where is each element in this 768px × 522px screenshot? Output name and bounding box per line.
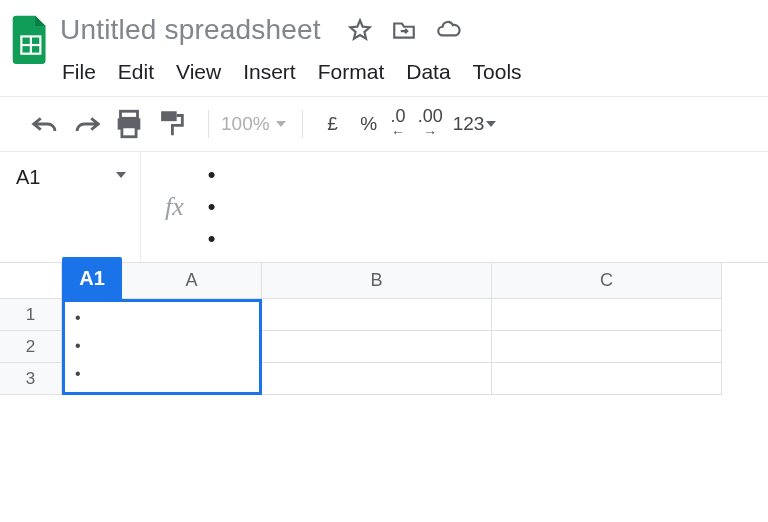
fx-label: fx <box>141 192 208 222</box>
menu-edit[interactable]: Edit <box>118 60 154 84</box>
toolbar-divider <box>208 110 209 138</box>
cell-b1[interactable] <box>262 299 492 331</box>
document-title[interactable]: Untitled spreadsheet <box>60 14 321 46</box>
star-icon[interactable] <box>347 17 373 43</box>
active-cell-indicator: A1 <box>62 257 122 299</box>
menu-tools[interactable]: Tools <box>473 60 522 84</box>
svg-rect-3 <box>121 111 138 118</box>
cell-b3[interactable] <box>262 363 492 395</box>
menu-data[interactable]: Data <box>406 60 450 84</box>
cell-c2[interactable] <box>492 331 722 363</box>
menu-file[interactable]: File <box>62 60 96 84</box>
active-cell-selection[interactable] <box>62 299 262 395</box>
print-button[interactable] <box>112 107 146 141</box>
increase-decimal-button[interactable]: .00→ <box>418 109 443 139</box>
toolbar-divider <box>302 110 303 138</box>
svg-rect-5 <box>122 127 136 137</box>
formula-bar[interactable] <box>208 159 216 255</box>
percent-button[interactable]: % <box>351 113 387 135</box>
menu-bar: File Edit View Insert Format Data Tools <box>60 50 768 96</box>
redo-button[interactable] <box>70 107 104 141</box>
row-header-2[interactable]: 2 <box>0 331 62 363</box>
toolbar: 100% £ % .0← .00→ 123 <box>0 96 768 152</box>
select-all-corner[interactable] <box>0 263 62 299</box>
currency-button[interactable]: £ <box>315 113 351 135</box>
menu-view[interactable]: View <box>176 60 221 84</box>
paint-format-button[interactable] <box>154 107 188 141</box>
column-header-c[interactable]: C <box>492 263 722 299</box>
cell-c3[interactable] <box>492 363 722 395</box>
cell-c1[interactable] <box>492 299 722 331</box>
cell-b2[interactable] <box>262 331 492 363</box>
cloud-status-icon[interactable] <box>435 17 461 43</box>
row-header-3[interactable]: 3 <box>0 363 62 395</box>
zoom-dropdown[interactable]: 100% <box>221 113 286 135</box>
spreadsheet-grid[interactable]: A1 A B C 1 2 3 <box>0 262 768 395</box>
menu-format[interactable]: Format <box>318 60 385 84</box>
undo-button[interactable] <box>28 107 62 141</box>
number-format-dropdown[interactable]: 123 <box>453 113 497 135</box>
row-header-1[interactable]: 1 <box>0 299 62 331</box>
column-header-b[interactable]: B <box>262 263 492 299</box>
chevron-down-icon[interactable] <box>116 172 126 178</box>
sheets-logo-icon[interactable] <box>8 10 52 68</box>
name-box[interactable]: A1 <box>0 152 140 262</box>
svg-rect-6 <box>161 111 177 121</box>
decrease-decimal-button[interactable]: .0← <box>391 109 406 139</box>
move-icon[interactable] <box>391 17 417 43</box>
menu-insert[interactable]: Insert <box>243 60 296 84</box>
